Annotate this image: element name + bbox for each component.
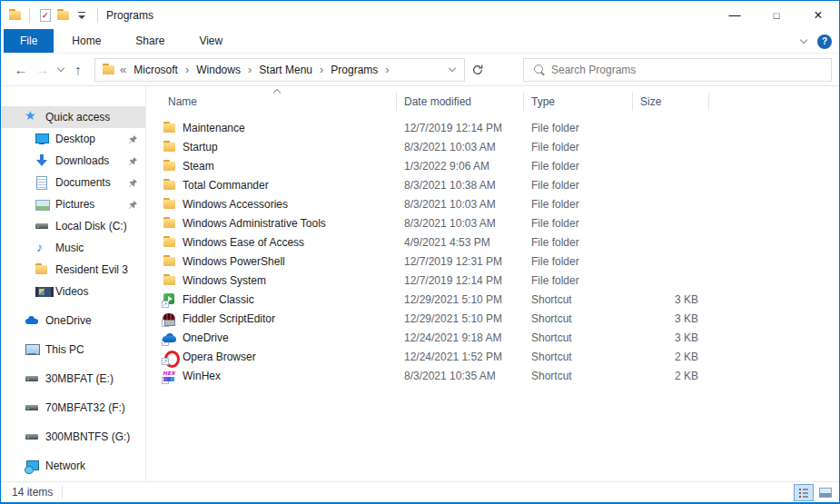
view-switcher — [792, 484, 835, 501]
file-name-cell: Windows System — [146, 273, 397, 288]
sidebar-item[interactable]: This PC — [1, 339, 145, 361]
file-row[interactable]: Maintenance 12/7/2019 12:14 PM File fold… — [146, 118, 839, 137]
help-button[interactable]: ? — [817, 35, 832, 49]
sidebar-item[interactable]: Resident Evil 3 — [1, 259, 145, 281]
explorer-window-icon — [8, 8, 23, 23]
maximize-button[interactable]: □ — [756, 1, 797, 29]
qat-customize-button[interactable] — [73, 5, 91, 25]
up-button[interactable]: ↑ — [67, 58, 89, 82]
status-divider — [62, 486, 63, 499]
ribbon-tab[interactable]: View — [183, 29, 239, 53]
breadcrumb-separator[interactable]: › — [182, 63, 193, 76]
sidebar-item[interactable]: 70MBFAT32 (F:) — [1, 397, 145, 419]
column-header-name[interactable]: Name — [146, 93, 397, 111]
videos-icon — [35, 284, 49, 299]
breadcrumb-separator[interactable]: › — [244, 63, 255, 76]
file-name-cell: OneDrive — [146, 331, 397, 345]
file-type: File folder — [524, 236, 633, 249]
search-input[interactable] — [551, 64, 831, 76]
file-row[interactable]: Windows Administrative Tools 8/3/2021 10… — [146, 213, 839, 232]
back-button[interactable]: ← — [10, 58, 32, 82]
forward-button[interactable]: → — [32, 58, 54, 82]
titlebar-divider — [29, 8, 30, 23]
ribbon-tab-bar: ? File Home Share View — [1, 29, 839, 54]
column-header-date-modified[interactable]: Date modified — [397, 93, 524, 111]
file-row[interactable]: Fiddler ScriptEditor 12/29/2021 5:10 PM … — [146, 309, 839, 328]
qat-new-folder-button[interactable] — [54, 5, 73, 25]
shortcut-overlay-icon — [162, 320, 169, 327]
file-name: WinHex — [183, 370, 221, 382]
breadcrumb-item[interactable]: Windows — [193, 64, 244, 76]
sidebar-item[interactable]: Pictures — [1, 193, 145, 215]
address-dropdown-chevron-icon[interactable] — [449, 64, 456, 72]
file-row[interactable]: WinHex 8/3/2021 10:35 AM Shortcut 2 KB — [146, 366, 839, 385]
file-row[interactable]: Windows Ease of Access 4/9/2021 4:53 PM … — [146, 232, 839, 252]
breadcrumb-overflow[interactable]: « — [116, 63, 130, 76]
documents-icon — [35, 175, 49, 190]
sidebar-item[interactable]: Network — [1, 455, 145, 477]
file-row[interactable]: Windows System 12/7/2019 12:14 PM File f… — [146, 271, 839, 290]
file-name: OneDrive — [183, 331, 229, 344]
sidebar-item[interactable]: 30MBFAT (E:) — [1, 368, 145, 390]
sidebar-item[interactable]: OneDrive — [1, 310, 145, 331]
ribbon-tab[interactable]: Share — [119, 29, 181, 53]
ribbon-tab-label: File — [20, 35, 37, 47]
sidebar-item[interactable]: Quick access — [1, 106, 145, 128]
recent-locations-chevron-icon[interactable] — [54, 58, 67, 82]
file-size: 3 KB — [633, 293, 709, 306]
shortcut-overlay-icon — [162, 377, 169, 384]
sidebar-item[interactable]: 300MBNTFS (G:) — [1, 426, 145, 448]
navigation-pane: Quick access Desktop Downloads — [1, 86, 146, 481]
file-row[interactable]: Opera Browser 12/24/2021 1:52 PM Shortcu… — [146, 347, 839, 366]
details-view-button[interactable] — [794, 484, 814, 501]
sidebar-item[interactable]: Local Disk (C:) — [1, 215, 145, 237]
breadcrumb-item[interactable]: Microsoft — [130, 64, 182, 76]
file-name-cell: Windows Ease of Access — [146, 235, 397, 250]
file-row[interactable]: Startup 8/3/2021 10:03 AM File folder — [146, 137, 839, 156]
file-row[interactable]: Total Commander 8/3/2021 10:38 AM File f… — [146, 175, 839, 194]
refresh-button[interactable] — [465, 58, 490, 82]
ribbon-expand-chevron-icon[interactable] — [800, 36, 807, 44]
file-row[interactable]: OneDrive 12/24/2021 9:18 AM Shortcut 3 K… — [146, 328, 839, 347]
file-row[interactable]: Windows PowerShell 12/7/2019 12:31 PM Fi… — [146, 252, 839, 271]
file-name-cell: Windows PowerShell — [146, 254, 397, 269]
breadcrumb-item[interactable]: Programs — [327, 64, 381, 76]
search-box[interactable] — [523, 58, 832, 82]
pin-icon — [128, 134, 138, 144]
drive-icon — [35, 219, 49, 233]
sidebar-item-label: Videos — [55, 285, 88, 298]
file-name-cell: Windows Administrative Tools — [146, 216, 397, 231]
file-date-modified: 8/3/2021 10:03 AM — [397, 217, 524, 230]
file-row[interactable]: Fiddler Classic 12/29/2021 5:10 PM Short… — [146, 290, 839, 309]
sidebar-item[interactable]: Music — [1, 237, 145, 259]
file-row[interactable]: Steam 1/3/2022 9:06 AM File folder — [146, 156, 839, 175]
ribbon-tab[interactable]: Home — [55, 29, 117, 53]
column-header-size[interactable]: Size — [633, 93, 709, 111]
sidebar-item[interactable]: Desktop — [1, 128, 145, 150]
items-count: 14 items — [12, 486, 53, 499]
desktop-icon — [35, 132, 49, 146]
folder-icon — [163, 273, 177, 288]
folder-icon — [163, 197, 177, 212]
sidebar-item-label: Documents — [55, 176, 111, 189]
file-date-modified: 12/7/2019 12:14 PM — [397, 274, 524, 287]
thumbnails-view-button[interactable] — [815, 484, 835, 501]
file-name: Fiddler ScriptEditor — [183, 312, 275, 325]
column-header-type[interactable]: Type — [524, 93, 633, 111]
sidebar-item[interactable]: Videos — [1, 281, 145, 302]
sidebar-item-label: Quick access — [45, 111, 110, 124]
sidebar-item[interactable]: Documents — [1, 172, 145, 193]
qat-properties-button[interactable] — [36, 5, 54, 25]
sidebar-item[interactable]: Downloads — [1, 150, 145, 172]
file-type: File folder — [524, 141, 633, 153]
folder-icon — [163, 178, 177, 193]
breadcrumb-item[interactable]: Start Menu — [255, 64, 316, 76]
sidebar-item-label: Desktop — [55, 133, 95, 145]
address-bar[interactable]: « Microsoft › Windows › Start Menu — [94, 58, 465, 82]
breadcrumb-separator[interactable]: › — [381, 63, 392, 76]
ribbon-tab[interactable]: File — [4, 29, 54, 53]
file-row[interactable]: Windows Accessories 8/3/2021 10:03 AM Fi… — [146, 194, 839, 213]
close-button[interactable]: × — [797, 1, 839, 29]
minimize-button[interactable]: — — [714, 1, 756, 29]
breadcrumb-separator[interactable]: › — [316, 63, 327, 76]
